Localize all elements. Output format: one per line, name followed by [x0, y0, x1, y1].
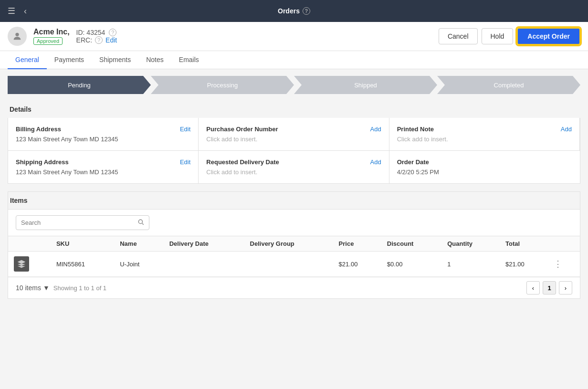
svg-point-0 — [15, 33, 19, 36]
pipeline-step-completed: Completed — [437, 76, 580, 94]
order-actions: Cancel Hold Accept Order — [439, 28, 580, 45]
billing-address-cell: Billing Address Edit 123 Main Street Any… — [8, 118, 199, 150]
accept-order-button[interactable]: Accept Order — [517, 28, 580, 45]
printed-note-cell: Printed Note Add Click add to insert. — [389, 118, 580, 150]
company-info: Acme Inc, Approved — [33, 28, 70, 45]
pagination-next-button[interactable]: › — [559, 281, 572, 294]
items-content: SKU Name Delivery Date Delivery Group Pr… — [8, 209, 580, 277]
order-date-label: Order Date — [397, 158, 429, 166]
requested-delivery-cell: Requested Delivery Date Add Click add to… — [199, 150, 389, 183]
svg-line-2 — [142, 223, 144, 225]
billing-address-edit-link[interactable]: Edit — [180, 126, 190, 133]
hold-button[interactable]: Hold — [482, 28, 514, 44]
item-more-menu-button[interactable]: ⋮ — [554, 259, 562, 269]
printed-note-label: Printed Note — [397, 126, 434, 133]
purchase-order-placeholder: Click add to insert. — [206, 136, 381, 143]
order-date-value: 4/2/20 5:25 PM — [397, 168, 572, 176]
items-table: SKU Name Delivery Date Delivery Group Pr… — [8, 236, 580, 277]
cancel-button[interactable]: Cancel — [439, 28, 478, 44]
items-count-chevron-icon: ▼ — [43, 284, 50, 292]
tab-shipments[interactable]: Shipments — [92, 51, 138, 69]
shipping-address-edit-link[interactable]: Edit — [180, 158, 190, 166]
pagination-right: ‹ 1 › — [526, 281, 572, 294]
search-bar — [16, 215, 149, 230]
item-discount: $0.00 — [381, 252, 441, 277]
purchase-order-add-link[interactable]: Add — [370, 126, 381, 133]
order-meta: ID: 43254 ? ERC: ? Edit — [76, 29, 117, 44]
status-badge: Approved — [33, 37, 63, 45]
requested-delivery-placeholder: Click add to insert. — [206, 168, 381, 176]
pagination-row: 10 items ▼ Showing 1 to 1 of 1 ‹ 1 › — [8, 277, 580, 299]
purchase-order-cell: Purchase Order Number Add Click add to i… — [199, 118, 389, 150]
svg-point-1 — [138, 220, 142, 223]
printed-note-placeholder: Click add to insert. — [397, 136, 572, 143]
page-title: Orders ? — [278, 7, 310, 15]
pipeline-step-shipped: Shipped — [294, 76, 437, 94]
item-thumbnail — [14, 256, 29, 272]
search-icon — [137, 219, 144, 227]
billing-address-value: 123 Main Street Any Town MD 12345 — [16, 136, 190, 143]
erc-label: ERC: — [76, 36, 92, 44]
erc-edit-link[interactable]: Edit — [105, 36, 117, 44]
requested-delivery-add-link[interactable]: Add — [370, 158, 381, 166]
tab-general[interactable]: General — [8, 51, 47, 69]
col-name: Name — [114, 236, 163, 252]
showing-text: Showing 1 to 1 of 1 — [53, 284, 106, 292]
items-count-label: 10 items — [16, 284, 41, 292]
search-input[interactable] — [21, 219, 137, 226]
col-total: Total — [500, 236, 548, 252]
tab-notes[interactable]: Notes — [138, 51, 171, 69]
purchase-order-label: Purchase Order Number — [206, 126, 278, 133]
order-id-help-icon[interactable]: ? — [109, 29, 116, 36]
details-grid: Billing Address Edit 123 Main Street Any… — [8, 118, 580, 184]
content-area: Details Billing Address Edit 123 Main St… — [0, 101, 588, 306]
col-quantity: Quantity — [441, 236, 500, 252]
tab-payments[interactable]: Payments — [47, 51, 92, 69]
tab-emails[interactable]: Emails — [171, 51, 207, 69]
col-discount: Discount — [381, 236, 441, 252]
avatar — [8, 27, 27, 46]
company-name: Acme Inc, — [33, 28, 70, 36]
shipping-address-cell: Shipping Address Edit 123 Main Street An… — [8, 150, 199, 183]
col-delivery-date: Delivery Date — [164, 236, 244, 252]
order-date-cell: Order Date 4/2/20 5:25 PM — [389, 150, 580, 183]
col-delivery-group: Delivery Group — [244, 236, 333, 252]
erc-help-icon[interactable]: ? — [95, 36, 103, 44]
shipping-address-value: 123 Main Street Any Town MD 12345 — [16, 168, 190, 176]
pipeline-step-processing: Processing — [151, 76, 294, 94]
item-name[interactable]: U-Joint — [114, 252, 163, 277]
col-actions — [548, 236, 580, 252]
item-delivery-date — [164, 252, 244, 277]
search-bar-row — [8, 210, 580, 236]
order-id: ID: 43254 — [76, 29, 105, 36]
item-more-cell: ⋮ — [548, 252, 580, 277]
details-section-header: Details — [8, 101, 580, 118]
items-section-header: Items — [8, 191, 580, 209]
item-total: $21.00 — [500, 252, 548, 277]
items-section: Items SKU Name Delivery Date — [8, 191, 580, 299]
top-bar: ☰ ‹ Orders ? — [0, 0, 588, 22]
pagination-prev-button[interactable]: ‹ — [526, 281, 540, 294]
order-header: Acme Inc, Approved ID: 43254 ? ERC: ? Ed… — [0, 22, 588, 51]
help-icon[interactable]: ? — [303, 7, 310, 15]
item-quantity: 1 — [441, 252, 500, 277]
shipping-address-label: Shipping Address — [16, 158, 69, 166]
items-count-selector[interactable]: 10 items ▼ — [16, 284, 50, 292]
table-row: MIN55861 U-Joint $21.00 $0.00 1 $21.00 ⋮ — [8, 252, 580, 277]
item-img-cell — [8, 252, 51, 277]
item-delivery-group — [244, 252, 333, 277]
tabs-bar: General Payments Shipments Notes Emails — [0, 51, 588, 69]
requested-delivery-label: Requested Delivery Date — [206, 158, 279, 166]
billing-address-label: Billing Address — [16, 126, 61, 133]
item-sku: MIN55861 — [51, 252, 114, 277]
status-pipeline: Pending Processing Shipped Completed — [8, 76, 580, 94]
sidebar-toggle-button[interactable]: ☰ — [6, 4, 17, 18]
order-info-left: Acme Inc, Approved ID: 43254 ? ERC: ? Ed… — [8, 27, 117, 46]
col-price: Price — [333, 236, 381, 252]
item-price: $21.00 — [333, 252, 381, 277]
printed-note-add-link[interactable]: Add — [561, 126, 572, 133]
pagination-current-page[interactable]: 1 — [543, 281, 556, 294]
col-sku: SKU — [51, 236, 114, 252]
pagination-left: 10 items ▼ Showing 1 to 1 of 1 — [16, 284, 106, 292]
back-button[interactable]: ‹ — [22, 4, 29, 18]
